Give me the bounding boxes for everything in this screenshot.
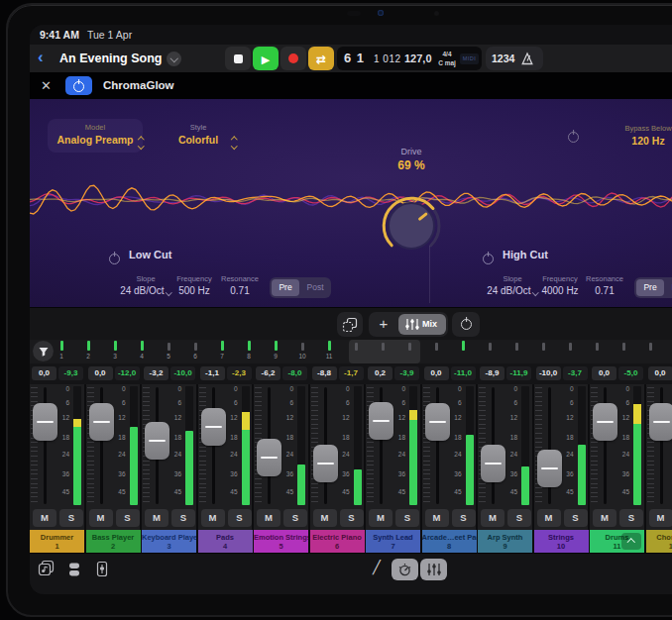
pencil-icon[interactable]: ╱ <box>373 560 381 574</box>
solo-button[interactable]: S <box>171 509 195 527</box>
mute-button[interactable]: M <box>257 509 280 527</box>
highcut-pre-button[interactable]: Pre <box>636 279 664 296</box>
mute-button[interactable]: M <box>33 509 56 527</box>
controls-view-button[interactable] <box>392 559 418 580</box>
channel-volume-value[interactable]: -6,2 <box>256 366 280 380</box>
fader-handle[interactable] <box>89 403 114 441</box>
channel-peak-value[interactable]: -10,0 <box>170 366 195 380</box>
channel-peak-value[interactable]: -2,3 <box>227 366 252 380</box>
close-icon[interactable]: ✕ <box>41 78 52 93</box>
mute-button[interactable]: M <box>369 509 392 527</box>
add-track-button[interactable]: + <box>369 312 398 337</box>
track-name-plate[interactable]: Synth Lead7 <box>366 530 420 553</box>
channel-peak-value[interactable]: -8,0 <box>282 366 307 380</box>
track-name-plate[interactable]: Chorus V12 <box>646 530 672 553</box>
channel-volume-value[interactable]: 0,0 <box>32 366 56 380</box>
track-name-plate[interactable]: Electric Piano6 <box>310 530 365 553</box>
bypass-power-icon[interactable] <box>568 129 579 147</box>
highcut-post-button[interactable]: Post <box>666 279 672 296</box>
channel-strip-icon[interactable] <box>94 561 110 577</box>
fader-handle[interactable] <box>33 403 57 441</box>
filter-button[interactable] <box>33 341 54 362</box>
loops-browser-icon[interactable] <box>38 560 56 577</box>
track-name-plate[interactable]: Strings10 <box>534 530 589 553</box>
lowcut-pre-button[interactable]: Pre <box>272 279 299 296</box>
fader-handle[interactable] <box>313 445 338 482</box>
mixer-power-button[interactable] <box>452 312 480 337</box>
mixer-view-button[interactable] <box>420 559 447 580</box>
fader-handle[interactable] <box>537 450 562 487</box>
back-button[interactable]: ‹ <box>38 49 44 66</box>
channel-volume-value[interactable]: -3,2 <box>144 366 168 380</box>
channel-volume-value[interactable]: -8,9 <box>480 366 504 380</box>
mute-button[interactable]: M <box>481 509 504 527</box>
solo-button[interactable]: S <box>228 509 252 527</box>
mute-button[interactable]: M <box>89 509 113 527</box>
drive-knob[interactable] <box>377 191 446 260</box>
track-name-plate[interactable]: Drummer1 <box>30 530 84 553</box>
channel-volume-value[interactable]: 0,2 <box>368 366 392 380</box>
play-button[interactable]: ▶ <box>253 47 279 70</box>
record-button[interactable] <box>280 47 306 70</box>
mix-button[interactable]: Mix <box>398 314 446 335</box>
channel-volume-value[interactable]: 0,0 <box>592 366 616 380</box>
fader-handle[interactable] <box>425 403 450 441</box>
fader-handle[interactable] <box>481 445 505 482</box>
channel-volume-value[interactable]: 0,0 <box>424 366 449 380</box>
song-menu-button[interactable] <box>167 52 181 66</box>
highcut-power-icon[interactable] <box>483 251 494 268</box>
metronome-icon[interactable] <box>519 52 535 66</box>
fader-handle[interactable] <box>649 403 672 441</box>
mute-button[interactable]: M <box>201 509 225 527</box>
solo-button[interactable]: S <box>619 509 643 527</box>
count-in-button[interactable]: 1234 <box>492 52 514 64</box>
lcd-display[interactable]: 6 1 1 012 127,0 4/4 C maj MIDI <box>337 47 482 70</box>
channel-peak-value[interactable]: -1,7 <box>339 366 364 380</box>
fader-handle[interactable] <box>593 403 617 441</box>
solo-button[interactable]: S <box>340 509 364 527</box>
channel-peak-value[interactable]: -11,0 <box>451 366 476 380</box>
mute-button[interactable]: M <box>145 509 168 527</box>
lowcut-res-value[interactable]: 0.71 <box>205 285 275 296</box>
track-name-plate[interactable]: Arp Synth9 <box>478 530 532 553</box>
highcut-res-value[interactable]: 0.71 <box>570 285 639 296</box>
fader-handle[interactable] <box>145 422 169 460</box>
track-name-plate[interactable]: Emotion Strings5 <box>254 530 308 553</box>
fader-handle[interactable] <box>201 408 226 446</box>
track-name-plate[interactable]: Keyboard Player3 <box>142 530 196 553</box>
mute-button[interactable]: M <box>537 509 561 527</box>
track-name-plate[interactable]: Bass Player2 <box>86 530 141 553</box>
channel-volume-value[interactable]: -10,0 <box>536 366 561 380</box>
channel-volume-value[interactable]: -8,8 <box>312 366 337 380</box>
mute-button[interactable]: M <box>425 509 449 527</box>
channel-peak-value[interactable]: -3,7 <box>563 366 588 380</box>
channel-volume-value[interactable]: 0,0 <box>648 366 672 380</box>
channel-peak-value[interactable]: -5,0 <box>618 366 643 380</box>
plugins-browser-icon[interactable] <box>66 562 82 577</box>
track-name-plate[interactable]: Arcade…eet Pad8 <box>422 530 477 553</box>
track-name-plate[interactable]: Pads4 <box>198 530 253 553</box>
song-title[interactable]: An Evening Song <box>59 52 162 65</box>
channel-peak-value[interactable]: -12,0 <box>115 366 140 380</box>
channel-peak-value[interactable]: -9,3 <box>58 366 83 380</box>
channel-volume-value[interactable]: 0,0 <box>88 366 113 380</box>
lowcut-post-button[interactable]: Post <box>301 279 329 296</box>
channel-peak-value[interactable]: -11,9 <box>506 366 531 380</box>
duplicate-button[interactable] <box>337 312 363 337</box>
channel-peak-value[interactable]: -3,9 <box>394 366 419 380</box>
solo-button[interactable]: S <box>507 509 531 527</box>
cycle-button[interactable]: ⇄ <box>308 47 334 70</box>
fader-handle[interactable] <box>257 439 281 476</box>
solo-button[interactable]: S <box>564 509 588 527</box>
stop-button[interactable] <box>225 47 251 70</box>
solo-button[interactable]: S <box>283 509 307 527</box>
solo-button[interactable]: S <box>59 509 83 527</box>
mute-button[interactable]: M <box>649 509 672 527</box>
solo-button[interactable]: S <box>395 509 419 527</box>
channel-volume-value[interactable]: -1,1 <box>200 366 225 380</box>
plugin-power-button[interactable] <box>65 76 92 95</box>
solo-button[interactable]: S <box>116 509 140 527</box>
mute-button[interactable]: M <box>313 509 337 527</box>
solo-button[interactable]: S <box>452 509 476 527</box>
style-selector[interactable]: Style Colorful <box>151 119 246 153</box>
